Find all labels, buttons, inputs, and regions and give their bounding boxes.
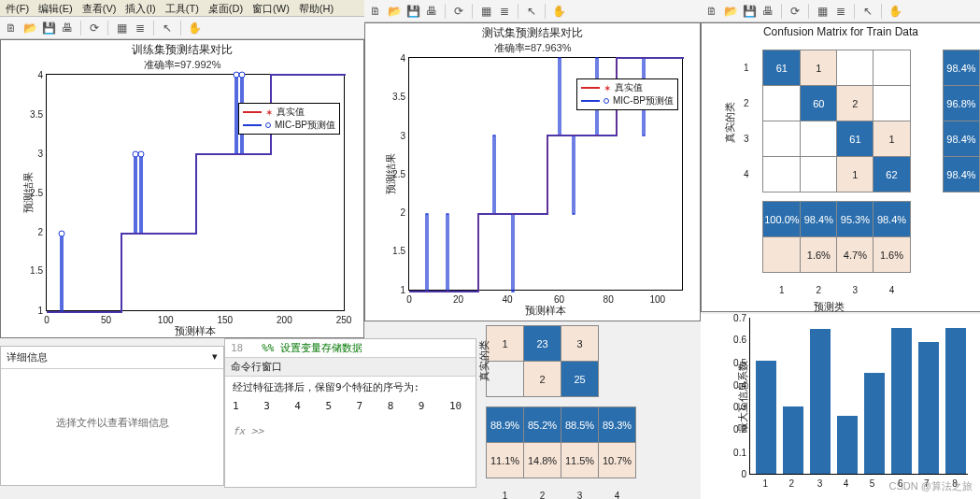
fig2-title: 测试集预测结果对比 [365,25,700,41]
menu-help[interactable]: 帮助(H) [299,2,334,14]
folder-open-icon[interactable]: 📂 [387,4,402,19]
folder-new-icon[interactable]: 🗎 [368,4,383,19]
toolbar-fig3: 🗎📂💾🖶⟳▦≣↖✋ [701,0,980,22]
folder-new-icon[interactable]: 🗎 [4,21,19,36]
folder-open-icon[interactable]: 📂 [22,21,37,36]
watermark: CSDN @算法之旅 [889,479,973,493]
fig1-xlabel: 预测样本 [175,324,216,338]
cm-train-ylabel: 真实的类 [723,102,737,143]
figure-train-compare: 训练集预测结果对比 准确率=97.992% 预测结果 预测样本 11.5 22.… [0,39,364,338]
cmd-prompt[interactable]: fx >> [233,425,468,437]
hand-icon[interactable]: ✋ [187,21,202,36]
fig1-subtitle: 准确率=97.992% [1,58,363,72]
cm-train-grid: 161198.4% 260296.8% 361198.4% 416298.4% … [730,50,980,308]
menu-view[interactable]: 查看(V) [82,2,117,14]
bar-series [750,317,969,474]
cmd-title: 命令行窗口 [225,357,476,377]
hand-icon[interactable]: ✋ [888,4,902,19]
toolbar-fig2: 🗎📂💾🖶⟳▦≣↖✋ [364,0,701,22]
menu-edit[interactable]: 编辑(E) [38,2,73,14]
cm-test-ylabel: 真实的类 [477,340,491,381]
cm-test-grid: 1233 225 88.9%85.2%88.5%89.3% 11.1%14.8%… [486,325,636,499]
details-panel: 详细信息▾ 选择文件以查看详细信息 [0,346,224,486]
cm-train-xlabel: 预测类 [814,300,845,314]
refresh-icon[interactable]: ⟳ [451,4,466,19]
print-icon[interactable]: 🖶 [760,4,775,19]
bar-ylabel: 最大互信息系数 [736,360,750,432]
refresh-icon[interactable]: ⟳ [87,21,102,36]
menu-window[interactable]: 窗口(W) [252,2,290,14]
cmd-output-line: 经过特征选择后，保留9个特征的序号为: [233,380,468,394]
list-icon[interactable]: ≣ [497,4,512,19]
figure-test-compare: 测试集预测结果对比 准确率=87.963% 预测结果 预测样本 11.5 22.… [364,22,701,321]
details-placeholder: 选择文件以查看详细信息 [1,416,223,430]
grid-icon[interactable]: ▦ [114,21,129,36]
pointer-icon[interactable]: ↖ [860,4,875,19]
toolbar-fig1: 🗎📂💾🖶⟳▦≣↖✋ [0,17,364,39]
svg-point-4 [239,72,245,78]
save-icon[interactable]: 💾 [405,4,420,19]
svg-point-2 [138,151,144,157]
fig1-title: 训练集预测结果对比 [1,42,363,58]
pointer-icon[interactable]: ↖ [160,21,175,36]
list-icon[interactable]: ≣ [833,4,848,19]
folder-open-icon[interactable]: 📂 [723,4,738,19]
menu-insert[interactable]: 插入(I) [125,2,155,14]
menu-tools[interactable]: 工具(T) [165,2,199,14]
svg-point-1 [133,151,138,157]
grid-icon[interactable]: ▦ [478,4,493,19]
save-icon[interactable]: 💾 [41,21,56,36]
fig1-axes: 预测结果 预测样本 11.5 22.5 33.5 4 050 100150 20… [46,74,345,311]
menu-file[interactable]: 件(F) [6,2,29,14]
fig2-legend: ✶真实值 MIC-BP预测值 [576,78,678,110]
grid-icon[interactable]: ▦ [815,4,830,19]
figure-cm-train: Confusion Matrix for Train Data 161198.4… [701,22,980,312]
fig1-legend: ✶真实值 MIC-BP预测值 [238,103,340,135]
details-heading: 详细信息 [7,351,48,363]
menubar[interactable]: 件(F) 编辑(E) 查看(V) 插入(I) 工具(T) 桌面(D) 窗口(W)… [0,0,364,17]
fig2-axes: 预测结果 预测样本 11.5 22.5 33.5 4 020 4060 8010… [408,57,683,291]
command-window[interactable]: 18 %% 设置变量存储数据 命令行窗口 经过特征选择后，保留9个特征的序号为:… [224,338,476,488]
hand-icon[interactable]: ✋ [551,4,566,19]
folder-new-icon[interactable]: 🗎 [704,4,719,19]
svg-point-3 [234,72,239,78]
print-icon[interactable]: 🖶 [60,21,75,36]
save-icon[interactable]: 💾 [742,4,757,19]
print-icon[interactable]: 🖶 [424,4,439,19]
fig2-subtitle: 准确率=87.963% [365,41,700,55]
menu-desktop[interactable]: 桌面(D) [208,2,243,14]
figure-bar: 最大互信息系数 0 0.1 0.2 0.3 0.4 0.5 0.6 0.7 1 … [701,314,980,499]
svg-point-0 [59,231,64,236]
cm-train-title: Confusion Matrix for Train Data [702,25,980,38]
bar-axes: 最大互信息系数 0 0.1 0.2 0.3 0.4 0.5 0.6 0.7 1 … [749,318,968,475]
list-icon[interactable]: ≣ [133,21,148,36]
fig2-xlabel: 预测样本 [525,304,566,318]
refresh-icon[interactable]: ⟳ [788,4,802,19]
pointer-icon[interactable]: ↖ [524,4,539,19]
